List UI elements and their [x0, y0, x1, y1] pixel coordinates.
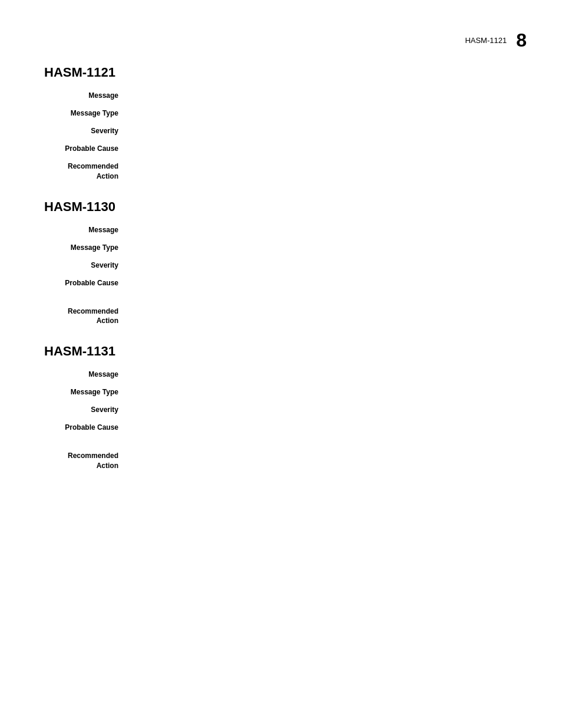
value-recommended-action-1121 — [127, 162, 515, 182]
value-severity-1130 — [127, 261, 515, 272]
field-row-severity-1131: Severity — [44, 405, 515, 417]
field-row-message-type-1121: Message Type — [44, 108, 515, 120]
value-recommended-action-1130 — [127, 307, 515, 327]
section-hasm-1131: HASM-1131 Message Message Type Severity … — [44, 344, 515, 471]
label-recommended-action-1131: RecommendedAction — [44, 451, 127, 471]
page-number: 8 — [516, 31, 527, 50]
section-title-hasm-1131: HASM-1131 — [44, 344, 515, 359]
section-title-hasm-1130: HASM-1130 — [44, 199, 515, 215]
field-row-message-1131: Message — [44, 370, 515, 381]
label-message-1131: Message — [44, 370, 127, 381]
field-row-message-1130: Message — [44, 225, 515, 237]
field-row-message-type-1131: Message Type — [44, 387, 515, 399]
value-recommended-action-1131 — [127, 451, 515, 471]
label-message-1121: Message — [44, 91, 127, 103]
value-message-type-1131 — [127, 387, 515, 399]
label-severity-1121: Severity — [44, 126, 127, 138]
field-row-probable-cause-1121: Probable Cause — [44, 144, 515, 156]
label-probable-cause-1130: Probable Cause — [44, 278, 127, 290]
section-hasm-1130: HASM-1130 Message Message Type Severity … — [44, 199, 515, 327]
value-message-type-1130 — [127, 243, 515, 255]
value-message-1130 — [127, 225, 515, 237]
value-message-type-1121 — [127, 108, 515, 120]
label-message-type-1121: Message Type — [44, 108, 127, 120]
field-row-recommended-action-1121: RecommendedAction — [44, 162, 515, 182]
page-header: HASM-1121 8 — [465, 31, 527, 50]
field-row-severity-1121: Severity — [44, 126, 515, 138]
field-row-recommended-action-1131: RecommendedAction — [44, 451, 515, 471]
field-row-message-1121: Message — [44, 91, 515, 103]
field-row-probable-cause-1131: Probable Cause — [44, 423, 515, 434]
label-severity-1131: Severity — [44, 405, 127, 417]
label-probable-cause-1121: Probable Cause — [44, 144, 127, 156]
field-row-message-type-1130: Message Type — [44, 243, 515, 255]
value-severity-1131 — [127, 405, 515, 417]
value-probable-cause-1130 — [127, 278, 515, 290]
header-title: HASM-1121 — [465, 36, 507, 45]
label-severity-1130: Severity — [44, 261, 127, 272]
label-probable-cause-1131: Probable Cause — [44, 423, 127, 434]
page-content: HASM-1121 Message Message Type Severity … — [0, 0, 562, 471]
value-probable-cause-1131 — [127, 423, 515, 434]
label-message-type-1131: Message Type — [44, 387, 127, 399]
value-message-1131 — [127, 370, 515, 381]
label-recommended-action-1121: RecommendedAction — [44, 162, 127, 182]
field-row-probable-cause-1130: Probable Cause — [44, 278, 515, 290]
value-message-1121 — [127, 91, 515, 103]
field-row-severity-1130: Severity — [44, 261, 515, 272]
value-severity-1121 — [127, 126, 515, 138]
label-recommended-action-1130: RecommendedAction — [44, 307, 127, 327]
label-message-1130: Message — [44, 225, 127, 237]
value-probable-cause-1121 — [127, 144, 515, 156]
section-title-hasm-1121: HASM-1121 — [44, 65, 515, 80]
field-row-recommended-action-1130: RecommendedAction — [44, 307, 515, 327]
section-hasm-1121: HASM-1121 Message Message Type Severity … — [44, 65, 515, 182]
label-message-type-1130: Message Type — [44, 243, 127, 255]
